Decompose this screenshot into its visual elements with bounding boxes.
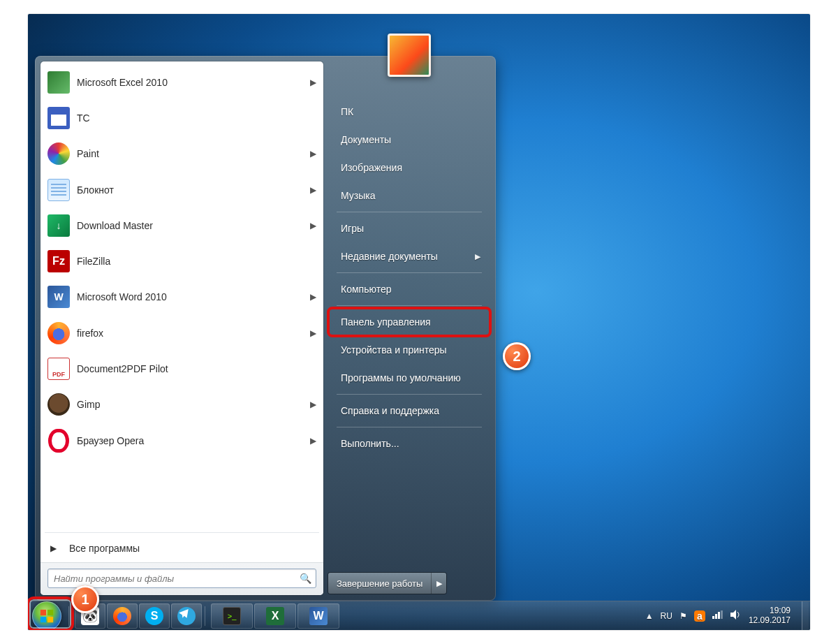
annotation-badge-2: 2 xyxy=(503,342,531,370)
chevron-right-icon: ▶ xyxy=(475,252,480,261)
taskbar-excel[interactable]: X xyxy=(254,603,296,629)
program-item-6[interactable]: WMicrosoft Word 2010▶ xyxy=(42,279,322,315)
program-item-0[interactable]: Microsoft Excel 2010▶ xyxy=(42,64,322,100)
search-icon[interactable]: 🔍 xyxy=(300,573,311,584)
volume-icon[interactable] xyxy=(730,610,742,622)
right-item-2[interactable]: Изображения xyxy=(328,154,490,182)
right-item-11[interactable]: Выполнить... xyxy=(328,430,490,458)
right-item-label: Недавние документы xyxy=(341,251,438,262)
user-picture[interactable] xyxy=(388,34,431,77)
program-item-5[interactable]: FzFileZilla xyxy=(42,243,322,279)
search-box[interactable]: 🔍 xyxy=(47,569,316,588)
right-item-1[interactable]: Документы xyxy=(328,126,490,154)
i-notepad-icon xyxy=(47,179,70,201)
chevron-right-icon: ▶ xyxy=(310,149,316,159)
svg-rect-6 xyxy=(718,612,720,619)
program-item-9[interactable]: Gimp▶ xyxy=(42,387,322,423)
taskbar-telegram[interactable] xyxy=(171,603,202,629)
program-item-2[interactable]: Paint▶ xyxy=(42,136,322,172)
excel-icon: X xyxy=(266,607,284,625)
shutdown-label: Завершение работы xyxy=(337,578,422,589)
divider xyxy=(337,272,482,273)
right-item-label: ПК xyxy=(341,106,353,117)
program-label: Gimp xyxy=(77,399,100,410)
page: Microsoft Excel 2010▶TCPaint▶Блокнот▶Dow… xyxy=(0,0,838,644)
program-label: Браузер Opera xyxy=(77,435,144,446)
right-item-7[interactable]: Панель управления xyxy=(328,308,490,336)
shutdown-options-button[interactable]: ▶ xyxy=(431,573,446,594)
chevron-right-icon: ▶ xyxy=(310,78,316,87)
search-input[interactable] xyxy=(54,573,300,584)
right-item-8[interactable]: Устройства и принтеры xyxy=(328,336,490,364)
taskbar-separator xyxy=(68,606,69,626)
program-label: Download Master xyxy=(77,220,153,231)
right-item-label: Компьютер xyxy=(341,284,391,295)
chevron-right-icon: ▶ xyxy=(310,185,316,195)
program-label: FileZilla xyxy=(77,256,110,267)
i-excel-icon xyxy=(47,71,70,94)
taskbar-cmd[interactable] xyxy=(211,603,253,629)
program-item-1[interactable]: TC xyxy=(42,100,322,136)
taskbar-word[interactable]: W xyxy=(297,603,339,629)
i-ff-icon xyxy=(47,322,70,344)
i-gimp-icon xyxy=(47,393,70,416)
right-item-3[interactable]: Музыка xyxy=(328,182,490,210)
program-label: Блокнот xyxy=(77,184,114,196)
svg-rect-2 xyxy=(41,616,46,622)
system-tray: ▲ RU ⚑ a 19:09 12.09.2017 xyxy=(638,601,810,630)
i-word-icon: W xyxy=(47,286,70,308)
i-fz-icon: Fz xyxy=(47,250,70,272)
svg-marker-8 xyxy=(730,610,736,620)
program-item-3[interactable]: Блокнот▶ xyxy=(42,172,322,207)
right-item-9[interactable]: Программы по умолчанию xyxy=(328,364,490,392)
language-indicator[interactable]: RU xyxy=(661,611,672,621)
program-label: Microsoft Word 2010 xyxy=(77,291,167,302)
tray-app-icon[interactable]: a xyxy=(694,610,705,622)
right-item-10[interactable]: Справка и поддержка xyxy=(328,397,490,425)
divider xyxy=(337,394,482,395)
program-label: TC xyxy=(77,112,90,124)
taskbar-running: XW xyxy=(211,603,339,629)
network-icon[interactable] xyxy=(712,610,723,621)
taskbar-panda[interactable] xyxy=(75,603,105,629)
action-center-icon[interactable]: ⚑ xyxy=(679,611,687,621)
right-item-label: Выполнить... xyxy=(341,438,399,449)
chevron-right-icon: ▶ xyxy=(310,436,316,446)
shutdown-split-button[interactable]: Завершение работы ▶ xyxy=(328,573,446,594)
show-desktop-button[interactable] xyxy=(802,601,809,630)
search-wrap: 🔍 xyxy=(41,562,323,595)
right-item-5[interactable]: Недавние документы▶ xyxy=(328,242,490,270)
svg-rect-1 xyxy=(47,609,53,615)
program-item-10[interactable]: Браузер Opera▶ xyxy=(42,423,322,458)
start-menu-left-pane: Microsoft Excel 2010▶TCPaint▶Блокнот▶Dow… xyxy=(41,61,323,595)
program-item-7[interactable]: firefox▶ xyxy=(42,315,322,351)
svg-rect-3 xyxy=(47,616,53,622)
right-item-label: Игры xyxy=(341,223,364,234)
program-label: Document2PDF Pilot xyxy=(77,363,168,374)
tray-expand-icon[interactable]: ▲ xyxy=(645,611,654,621)
svg-rect-7 xyxy=(721,610,723,619)
program-item-4[interactable]: Download Master▶ xyxy=(42,207,322,243)
right-item-0[interactable]: ПК xyxy=(328,98,490,126)
chevron-right-icon: ▶ xyxy=(310,292,316,302)
taskbar-pinned: S xyxy=(75,603,202,629)
i-tc-icon xyxy=(47,107,70,129)
program-label: Microsoft Excel 2010 xyxy=(77,77,168,88)
right-item-label: Изображения xyxy=(341,162,402,173)
program-item-8[interactable]: Document2PDF Pilot xyxy=(42,351,322,386)
right-item-4[interactable]: Игры xyxy=(328,214,490,242)
svg-rect-5 xyxy=(715,614,717,619)
taskbar-skype[interactable]: S xyxy=(139,603,170,629)
right-item-6[interactable]: Компьютер xyxy=(328,275,490,303)
divider xyxy=(45,532,319,533)
clock[interactable]: 19:09 12.09.2017 xyxy=(749,606,795,626)
start-button[interactable] xyxy=(32,601,61,631)
taskbar: S XW ▲ RU ⚑ a 19:09 12.09.2017 xyxy=(28,601,810,630)
chevron-right-icon: ▶ xyxy=(50,543,57,553)
right-item-label: Устройства и принтеры xyxy=(341,344,447,356)
all-programs-button[interactable]: ▶ Все программы xyxy=(41,534,323,562)
taskbar-firefox[interactable] xyxy=(107,603,138,629)
shutdown-button[interactable]: Завершение работы xyxy=(328,573,431,594)
chevron-right-icon: ▶ xyxy=(310,221,316,230)
i-paint-icon xyxy=(47,142,70,165)
